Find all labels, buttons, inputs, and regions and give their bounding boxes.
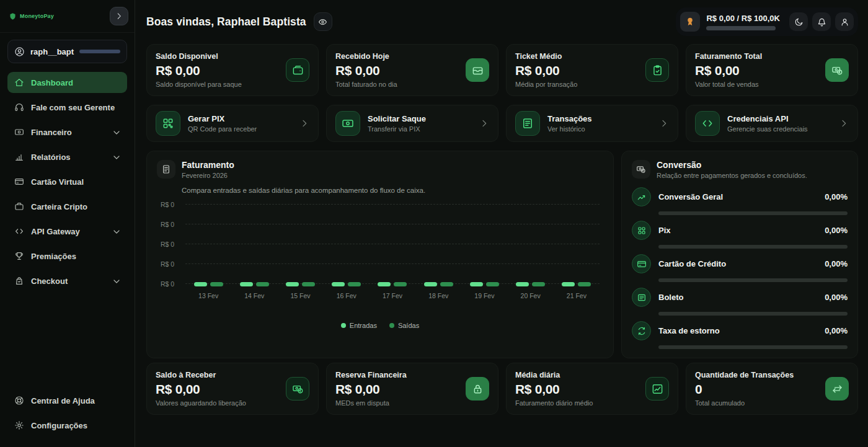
headset-icon <box>14 102 24 112</box>
action-card-gerar-pix[interactable]: Gerar PIXQR Code para receber <box>146 105 319 142</box>
moon-icon <box>794 17 804 27</box>
action-title: Transações <box>547 114 592 123</box>
chevron-down-icon <box>112 153 120 161</box>
sidebar-expand-button[interactable] <box>110 7 128 25</box>
legend-dot-icon <box>389 323 394 328</box>
chevron-down-icon <box>112 227 120 236</box>
sidebar-item-carteira-cripto[interactable]: Carteira Cripto <box>7 196 127 217</box>
bar-group-17-fev: 17 Fev <box>378 282 407 299</box>
legend-label: Entradas <box>350 322 377 329</box>
action-card-transacoes[interactable]: TransaçõesVer histórico <box>506 105 678 142</box>
saidas-bar <box>302 282 315 286</box>
chart-description: Compara entradas e saídas diárias para a… <box>182 187 603 194</box>
sidebar-item-premiacoes[interactable]: Premiações <box>7 246 127 267</box>
action-card-solicitar-saque[interactable]: Solicitar SaqueTransferir via PIX <box>326 105 498 142</box>
stat-card-media-diaria: Média diáriaR$ 0,00Faturamento diário mé… <box>506 363 678 415</box>
theme-toggle-button[interactable] <box>789 12 808 31</box>
stat-card-reserva-financeira: Reserva FinanceiraR$ 0,00MEDs em disputa <box>326 363 498 415</box>
profile-button[interactable] <box>835 12 854 31</box>
briefcase-icon <box>14 201 24 211</box>
middle-section: Faturamento Fevereiro 2026 Compara entra… <box>146 151 858 354</box>
credit-card-icon <box>14 177 24 187</box>
chevron-right-icon <box>299 118 309 128</box>
refresh-icon <box>632 321 651 340</box>
bar-group-14-fev: 14 Fev <box>240 282 269 299</box>
sidebar-item-financeiro[interactable]: Financeiro <box>7 122 127 143</box>
cash-coin-icon <box>286 377 309 401</box>
toggle-balance-visibility-button[interactable] <box>314 12 332 31</box>
sidebar: MoneytoPay raph__bapt DashboardFale com … <box>0 0 135 447</box>
code-icon <box>695 111 720 136</box>
sidebar-item-fale-com-seu-gerente[interactable]: Fale com seu Gerente <box>7 97 127 118</box>
qr-icon <box>156 111 180 136</box>
chevron-right-icon <box>659 118 669 128</box>
sidebar-item-cartao-virtual[interactable]: Cartão Virtual <box>7 171 127 192</box>
bell-icon <box>817 17 826 27</box>
conversion-value: 0,00% <box>825 226 848 235</box>
conversion-row-taxa-de-estorno: Taxa de estorno0,00% <box>632 321 848 349</box>
sidebar-item-relatorios[interactable]: Relatórios <box>7 146 127 167</box>
goal-progress-label: R$ 0,00 / R$ 100,0K <box>706 14 780 23</box>
sidebar-footer: Central de AjudaConfigurações <box>0 390 135 447</box>
stat-card-recebido-hoje: Recebido HojeR$ 0,00Total faturado no di… <box>326 44 498 96</box>
brand-logo-icon <box>9 12 17 20</box>
stat-title: Quantidade de Transações <box>695 371 794 379</box>
bar-groups: 13 Fev14 Fev15 Fev16 Fev17 Fev18 Fev19 F… <box>185 282 600 299</box>
notifications-button[interactable] <box>812 12 831 31</box>
wallet-icon <box>286 58 309 82</box>
stat-title: Saldo à Receber <box>156 371 246 379</box>
action-card-credenciais-api[interactable]: Credenciais APIGerencie suas credenciais <box>686 105 858 142</box>
bottom-stats-row: Saldo à ReceberR$ 0,00Valores aguardando… <box>146 363 858 415</box>
stat-subtitle: Valor total de vendas <box>695 81 762 88</box>
bar-group-13-fev: 13 Fev <box>194 282 223 299</box>
bar-group-16-fev: 16 Fev <box>332 282 361 299</box>
y-axis-tick: R$ 0 <box>161 280 174 288</box>
bar-chart: R$ 0R$ 0R$ 0R$ 0R$ 013 Fev14 Fev15 Fev16… <box>157 203 603 312</box>
entradas-bar <box>516 282 529 286</box>
x-axis-tick: 21 Fev <box>567 292 587 299</box>
revenue-chart-panel: Faturamento Fevereiro 2026 Compara entra… <box>146 151 614 358</box>
stat-subtitle: Saldo disponível para saque <box>156 81 242 88</box>
chart-gridline: R$ 0 <box>185 204 600 205</box>
x-axis-tick: 16 Fev <box>337 292 356 299</box>
chart-bars-icon <box>14 152 24 162</box>
x-axis-tick: 18 Fev <box>428 292 448 299</box>
action-title: Gerar PIX <box>188 114 257 123</box>
saidas-bar <box>440 282 453 286</box>
stat-title: Recebido Hoje <box>335 52 397 61</box>
sidebar-nav: DashboardFale com seu GerenteFinanceiroR… <box>0 72 135 295</box>
bar-group-21-fev: 21 Fev <box>562 282 591 299</box>
y-axis-tick: R$ 0 <box>161 260 174 268</box>
sidebar-item-label: Checkout <box>31 277 68 286</box>
brand-logo: MoneytoPay <box>9 12 54 20</box>
user-chip[interactable]: raph__bapt <box>7 40 127 63</box>
stat-value: R$ 0,00 <box>515 382 593 397</box>
conversion-label: Boleto <box>658 293 817 302</box>
saidas-bar <box>394 282 407 286</box>
entradas-bar <box>240 282 253 286</box>
sidebar-item-checkout[interactable]: Checkout <box>7 270 127 291</box>
conversion-progress-bar <box>658 245 848 249</box>
conversion-progress-bar <box>658 211 848 215</box>
sidebar-item-configuracoes[interactable]: Configurações <box>7 415 127 436</box>
trophy-icon <box>14 251 24 261</box>
sidebar-item-label: Dashboard <box>31 78 73 87</box>
action-title: Credenciais API <box>727 114 808 123</box>
app-root: MoneytoPay raph__bapt DashboardFale com … <box>0 0 868 447</box>
stat-subtitle: Faturamento diário médio <box>515 399 593 407</box>
goal-progress-bar <box>706 26 776 30</box>
sidebar-item-api-gateway[interactable]: API Gateway <box>7 221 127 242</box>
clipboard-check-icon <box>645 58 669 82</box>
sidebar-item-dashboard[interactable]: Dashboard <box>7 72 127 93</box>
goal-badge: R$ 0,00 / R$ 100,0K <box>680 12 785 32</box>
chevron-down-icon <box>112 277 120 285</box>
saidas-bar <box>256 282 269 286</box>
conversion-row-conversao-geral: Conversão Geral0,00% <box>632 187 848 215</box>
chart-title: Faturamento <box>182 160 234 170</box>
bag-check-icon <box>14 276 24 286</box>
sidebar-item-central-de-ajuda[interactable]: Central de Ajuda <box>7 390 127 411</box>
chart-gridline: R$ 0 <box>185 244 600 244</box>
stat-card-saldo-a-receber: Saldo à ReceberR$ 0,00Valores aguardando… <box>146 363 319 415</box>
quick-actions-row: Gerar PIXQR Code para receberSolicitar S… <box>146 105 858 142</box>
entradas-bar <box>562 282 575 286</box>
